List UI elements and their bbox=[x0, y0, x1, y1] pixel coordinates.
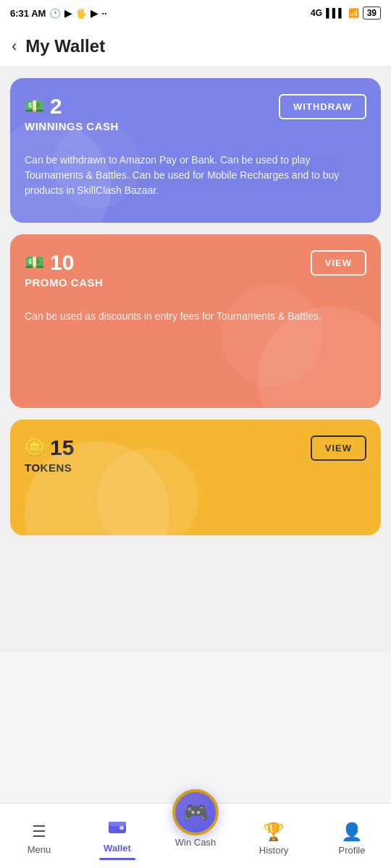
promo-description: Can be used as discounts in entry fees f… bbox=[25, 309, 366, 324]
winnings-description: Can be withdrawn to Amazon Pay or Bank. … bbox=[25, 153, 366, 198]
promo-view-button[interactable]: VIEW bbox=[311, 250, 366, 276]
menu-icon: ☰ bbox=[32, 822, 46, 841]
status-bar: 6:31 AM 🕐 ▶ 🖐 ▶ ·· 4G ▌▌▌ 📶 39 bbox=[0, 0, 391, 26]
nav-item-wallet[interactable]: Wallet bbox=[78, 812, 156, 860]
wallet-nav-label: Wallet bbox=[104, 843, 131, 854]
active-underline bbox=[99, 858, 135, 860]
history-label: History bbox=[259, 845, 288, 856]
gamepad-icon: 🎮 bbox=[183, 801, 209, 825]
bg-decoration bbox=[222, 285, 323, 386]
wincash-fab-button[interactable]: 🎮 bbox=[172, 789, 219, 835]
nav-item-profile[interactable]: 👤 Profile bbox=[313, 816, 391, 856]
svg-rect-2 bbox=[119, 826, 124, 830]
wincash-label: Win Cash bbox=[175, 837, 216, 848]
nav-item-history[interactable]: 🏆 History bbox=[235, 816, 313, 856]
bottom-spacer bbox=[10, 547, 381, 641]
wallet-content: 💵 2 WINNINGS CASH WITHDRAW Can be withdr… bbox=[0, 67, 391, 652]
status-time: 6:31 AM 🕐 ▶ 🖐 ▶ ·· bbox=[10, 8, 107, 19]
winnings-cash-card: 💵 2 WINNINGS CASH WITHDRAW Can be withdr… bbox=[10, 78, 381, 223]
page-title: My Wallet bbox=[25, 36, 105, 56]
nav-item-wincash[interactable]: 🎮 Win Cash bbox=[156, 789, 235, 848]
card-amount-section: 💵 10 PROMO CASH bbox=[25, 250, 103, 289]
header: ‹ My Wallet bbox=[0, 26, 391, 67]
promo-cash-card: 💵 10 PROMO CASH VIEW Can be used as disc… bbox=[10, 234, 381, 408]
money-icon: 💵 bbox=[25, 253, 44, 272]
promo-amount: 10 bbox=[50, 250, 74, 275]
wallet-icon bbox=[108, 818, 127, 840]
back-button[interactable]: ‹ bbox=[12, 37, 17, 56]
svg-rect-1 bbox=[109, 822, 126, 826]
promo-label: PROMO CASH bbox=[25, 276, 103, 289]
money-icon: 💵 bbox=[25, 97, 44, 116]
status-icons: 4G ▌▌▌ 📶 39 bbox=[311, 7, 381, 20]
profile-icon: 👤 bbox=[341, 822, 363, 842]
bottom-navigation: ☰ Menu Wallet 🎮 Win Cash 🏆 History 👤 Pro… bbox=[0, 803, 391, 868]
profile-label: Profile bbox=[339, 845, 366, 856]
history-icon: 🏆 bbox=[263, 822, 285, 842]
nav-item-menu[interactable]: ☰ Menu bbox=[0, 817, 78, 855]
tokens-card: 🪙 15 TOKENS VIEW bbox=[10, 420, 381, 535]
tokens-view-button[interactable]: VIEW bbox=[311, 435, 366, 461]
card-top: 💵 10 PROMO CASH VIEW bbox=[25, 250, 366, 289]
menu-label: Menu bbox=[28, 844, 51, 855]
token-icon: 🪙 bbox=[25, 438, 44, 457]
winnings-amount: 2 bbox=[50, 94, 62, 119]
withdraw-button[interactable]: WITHDRAW bbox=[279, 94, 366, 119]
